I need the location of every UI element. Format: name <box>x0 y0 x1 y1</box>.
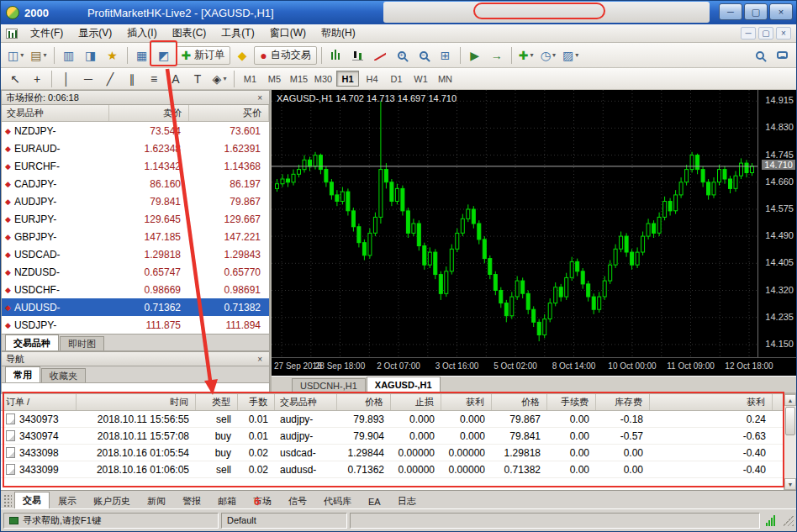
order-row[interactable]: 34309742018.10.11 15:57:08buy0.01audjpy-… <box>1 428 796 445</box>
strategy-tester-icon[interactable]: ◩ <box>154 46 174 65</box>
market-watch-row[interactable]: ◆AUDUSD-0.713620.71382 <box>2 298 269 316</box>
market-watch-row[interactable]: ◆USDCAD-1.298181.29843 <box>2 245 269 263</box>
chart-shift-icon[interactable]: → <box>487 46 507 65</box>
mw-col-0[interactable]: 交易品种 <box>2 105 109 121</box>
status-profile-segment[interactable]: Default <box>221 513 347 529</box>
child-restore-button[interactable]: ▢ <box>758 27 773 40</box>
vertical-line-icon[interactable]: │ <box>56 70 77 88</box>
equidistant-channel-icon[interactable]: ∥ <box>122 70 142 88</box>
timeframe-m5[interactable]: M5 <box>263 71 286 87</box>
text-label-icon[interactable]: T <box>187 70 208 88</box>
timeframe-h4[interactable]: H4 <box>361 71 383 87</box>
fibonacci-icon[interactable]: ≡ <box>144 70 164 88</box>
market-watch-tab-0[interactable]: 交易品种 <box>5 334 59 350</box>
terminal-tab-5[interactable]: 邮箱 <box>209 493 245 508</box>
terminal-tab-0[interactable]: 交易 <box>14 492 50 508</box>
terminal-col-1[interactable]: 时间 <box>77 394 196 410</box>
terminal-tab-2[interactable]: 账户历史 <box>85 493 139 508</box>
candlestick-chart-icon[interactable] <box>348 46 368 65</box>
menu-item-6[interactable]: 帮助(H) <box>314 24 363 42</box>
new-order-button[interactable]: ✚新订单 <box>176 46 231 65</box>
terminal-col-9[interactable]: 手续费 <box>547 394 596 410</box>
auto-scroll-icon[interactable]: ▶ <box>465 46 485 65</box>
time-axis[interactable]: 27 Sep 201828 Sep 18:002 Oct 07:003 Oct … <box>272 357 796 376</box>
price-scale[interactable]: 14.91514.83014.74514.66014.57514.49014.4… <box>757 90 796 357</box>
market-watch-row[interactable]: ◆USDJPY-111.875111.894 <box>2 316 269 334</box>
new-chart-icon[interactable]: ◫▾ <box>5 46 26 65</box>
timeframe-w1[interactable]: W1 <box>409 71 432 87</box>
menu-item-4[interactable]: 工具(T) <box>214 24 261 42</box>
order-row[interactable]: 34309732018.10.11 15:56:55sell0.01audjpy… <box>1 411 796 428</box>
terminal-col-2[interactable]: 类型 <box>196 394 238 410</box>
terminal-col-4[interactable]: 交易品种 <box>275 394 337 410</box>
terminal-col-3[interactable]: 手数 <box>238 394 275 410</box>
navigator-icon[interactable]: ★ <box>103 46 123 65</box>
zoom-out-icon[interactable]: − <box>414 46 434 65</box>
menu-item-1[interactable]: 显示(V) <box>71 24 119 42</box>
terminal-col-10[interactable]: 库存费 <box>596 394 650 410</box>
market-watch-row[interactable]: ◆AUDJPY-79.84179.867 <box>2 192 269 210</box>
scrollbar-thumb[interactable] <box>785 407 795 435</box>
market-watch-row[interactable]: ◆EURCHF-1.143421.14368 <box>2 157 269 175</box>
timeframe-m15[interactable]: M15 <box>288 71 310 87</box>
terminal-tab-9[interactable]: EA <box>360 493 389 508</box>
timeframe-h1[interactable]: H1 <box>336 71 359 87</box>
market-watch-row[interactable]: ◆NZDUSD-0.657470.65770 <box>2 263 269 281</box>
chat-icon[interactable] <box>772 46 792 65</box>
arrows-icon[interactable]: ◈▾ <box>209 70 230 88</box>
search-icon[interactable] <box>750 46 770 65</box>
metaeditor-icon[interactable]: ◆ <box>232 46 252 65</box>
market-watch-tab-1[interactable]: 即时图 <box>60 336 104 350</box>
navigator-tab-1[interactable]: 收藏夹 <box>41 368 86 382</box>
terminal-tab-1[interactable]: 展示 <box>50 493 85 508</box>
scroll-down-icon[interactable]: ▼ <box>784 478 796 490</box>
menu-item-0[interactable]: 文件(F) <box>23 24 71 42</box>
timeframe-d1[interactable]: D1 <box>385 71 408 87</box>
child-close-button[interactable]: × <box>776 27 791 40</box>
navigator-close-icon[interactable]: × <box>255 355 265 364</box>
text-icon[interactable]: A <box>166 70 186 88</box>
minimize-button[interactable]: ─ <box>719 3 742 20</box>
mw-col-1[interactable]: 卖价 <box>109 105 189 121</box>
tabstrip-grip[interactable] <box>3 494 12 508</box>
tile-windows-icon[interactable]: ⊞ <box>435 46 456 65</box>
crosshair-icon[interactable]: + <box>27 70 47 88</box>
menu-item-2[interactable]: 插入(I) <box>119 24 164 42</box>
auto-trading-button[interactable]: ●自动交易 <box>254 46 316 65</box>
terminal-col-7[interactable]: 获利 <box>441 394 492 410</box>
terminal-col-11[interactable]: 获利 <box>650 394 773 410</box>
timeframe-m30[interactable]: M30 <box>312 71 335 87</box>
order-row[interactable]: 34330982018.10.16 01:05:54buy0.02usdcad-… <box>1 445 796 461</box>
indicators-icon[interactable]: ✚▾ <box>516 46 536 65</box>
terminal-tab-7[interactable]: 信号 <box>280 493 315 508</box>
navigator-tab-0[interactable]: 常用 <box>5 366 40 382</box>
data-window-icon[interactable]: ◨ <box>81 46 101 65</box>
market-watch-row[interactable]: ◆GBPJPY-147.185147.221 <box>2 228 269 245</box>
market-watch-row[interactable]: ◆EURAUD-1.623481.62391 <box>2 140 269 157</box>
bar-chart-icon[interactable] <box>326 46 346 65</box>
market-watch-row[interactable]: ◆EURJPY-129.645129.667 <box>2 210 269 228</box>
timeframe-m1[interactable]: M1 <box>239 71 261 87</box>
terminal-col-0[interactable]: 订单 / <box>1 394 77 410</box>
terminal-col-8[interactable]: 价格 <box>492 394 547 410</box>
menu-item-5[interactable]: 窗口(W) <box>262 24 314 42</box>
order-row[interactable]: 34330992018.10.16 01:06:05sell0.02audusd… <box>1 461 796 478</box>
trendline-icon[interactable]: ╱ <box>100 70 120 88</box>
zoom-in-icon[interactable]: + <box>392 46 412 65</box>
terminal-col-5[interactable]: 价格 <box>337 394 391 410</box>
line-chart-icon[interactable] <box>370 46 390 65</box>
market-watch-row[interactable]: ◆NZDJPY-73.54473.601 <box>2 122 269 140</box>
profiles-icon[interactable]: ▤▾ <box>28 46 49 65</box>
terminal-col-6[interactable]: 止损 <box>391 394 441 410</box>
cursor-icon[interactable]: ↖ <box>5 70 25 88</box>
chart-svg[interactable] <box>272 90 757 357</box>
terminal-tab-6[interactable]: 市场 <box>245 493 280 508</box>
child-minimize-button[interactable]: ─ <box>741 27 756 40</box>
market-watch-icon[interactable]: ▥ <box>59 46 79 65</box>
terminal-tab-8[interactable]: 代码库 <box>315 493 360 508</box>
periods-icon[interactable]: ◷▾ <box>538 46 558 65</box>
terminal-icon[interactable]: ▦ <box>132 46 152 65</box>
mw-col-2[interactable]: 买价 <box>189 105 269 121</box>
terminal-tab-10[interactable]: 日志 <box>389 493 425 508</box>
terminal-scrollbar[interactable]: ▲ ▼ <box>784 394 796 490</box>
